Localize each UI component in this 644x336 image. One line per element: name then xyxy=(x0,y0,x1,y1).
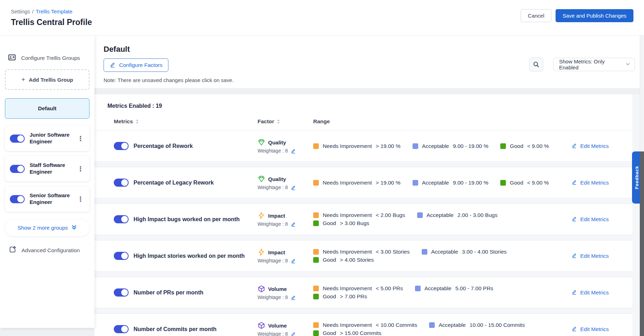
factor-cell: Impact Weightage : 8 xyxy=(258,212,313,227)
kebab-menu-icon[interactable]: ⋮ xyxy=(75,194,86,204)
range-chip: Good < 9.00 % xyxy=(500,180,549,186)
edit-metrics-link[interactable]: Edit Metrics xyxy=(571,253,609,260)
range-color-swatch xyxy=(313,294,319,299)
advanced-config-label: Advanced Configuration xyxy=(21,247,80,254)
section-divider-band xyxy=(94,88,644,94)
range-color-swatch xyxy=(313,180,319,186)
range-label: Needs Improvement xyxy=(323,285,372,292)
kebab-menu-icon[interactable]: ⋮ xyxy=(75,134,86,143)
range-color-swatch xyxy=(413,143,418,149)
pencil-icon xyxy=(571,253,577,260)
column-factor[interactable]: Factor xyxy=(258,118,313,125)
table-row: Percentage of Legacy Rework Quality Weig… xyxy=(94,167,632,198)
group-card[interactable]: Senior Software Engineer ⋮ xyxy=(5,186,89,212)
show-more-groups-button[interactable]: Show 2 more groups xyxy=(5,219,89,236)
range-color-swatch xyxy=(417,212,423,218)
group-toggle-on[interactable] xyxy=(10,165,25,173)
sort-icon[interactable] xyxy=(277,119,280,124)
edit-weightage-icon[interactable] xyxy=(291,295,296,300)
metric-toggle-on[interactable] xyxy=(114,179,129,187)
kebab-menu-icon[interactable]: ⋮ xyxy=(75,164,86,174)
app-root: Settings / Trellis Template Trellis Cent… xyxy=(0,0,644,336)
metric-cell: Number of Commits per month xyxy=(114,325,258,333)
range-chip: Good > 7.00 PRs xyxy=(313,293,367,300)
row-separator xyxy=(94,198,632,204)
metric-toggle-on[interactable] xyxy=(114,215,129,223)
range-label: Needs Improvement xyxy=(323,322,372,328)
double-chevron-down-icon xyxy=(71,224,77,232)
group-card[interactable]: Junior Software Engineer ⋮ xyxy=(5,126,89,151)
range-chip: Acceptable 3.00 - 4.00 Stories xyxy=(422,249,507,255)
edit-metrics-link[interactable]: Edit Metrics xyxy=(571,179,609,186)
edit-weightage-icon[interactable] xyxy=(291,185,296,190)
edit-metrics-link[interactable]: Edit Metrics xyxy=(571,216,609,223)
quality-factor-icon xyxy=(258,138,265,146)
metric-toggle-on[interactable] xyxy=(114,142,129,150)
range-label: Good xyxy=(323,330,336,336)
group-toggle-on[interactable] xyxy=(10,195,25,203)
metric-name: Percentage of Rework xyxy=(134,143,193,149)
edit-weightage-icon[interactable] xyxy=(291,258,296,263)
range-label: Needs Improvement xyxy=(323,180,372,186)
page-title: Trellis Central Profile xyxy=(11,18,92,27)
table-rows: Percentage of Rework Quality Weightage :… xyxy=(94,130,632,336)
advanced-configuration-link[interactable]: Advanced Configuration xyxy=(8,245,89,255)
scrollbar-thumb[interactable] xyxy=(640,151,644,336)
breadcrumb: Settings / Trellis Template xyxy=(11,8,92,14)
range-chip: Good > 4.00 Stories xyxy=(313,257,374,263)
row-separator xyxy=(94,235,632,240)
range-label: Good xyxy=(510,143,523,149)
metric-cell: Percentage of Rework xyxy=(114,142,258,150)
range-value: < 3.00 Stories xyxy=(376,249,410,255)
configure-factors-button[interactable]: Configure Factors xyxy=(104,58,168,72)
sort-icon[interactable] xyxy=(136,119,139,124)
factor-cell: Volume Weightage : 8 xyxy=(258,322,313,336)
range-value: > 19.00 % xyxy=(376,180,401,186)
factor-name: Impact xyxy=(268,249,285,255)
range-value: 9.00 - 19.00 % xyxy=(453,180,489,186)
edit-metrics-link[interactable]: Edit Metrics xyxy=(571,289,609,296)
cancel-button[interactable]: Cancel xyxy=(521,9,551,22)
column-metrics[interactable]: Metrics xyxy=(114,118,258,125)
metric-toggle-on[interactable] xyxy=(114,288,129,297)
edit-weightage-icon[interactable] xyxy=(291,148,296,154)
breadcrumb-settings[interactable]: Settings xyxy=(11,8,30,14)
range-color-swatch xyxy=(422,249,427,255)
range-color-swatch xyxy=(429,322,435,328)
range-chip: Needs Improvement < 2.00 Bugs xyxy=(313,212,405,218)
range-value: 9.00 - 19.00 % xyxy=(453,143,489,149)
show-metrics-dropdown[interactable]: Show Metrics: Only Enabled xyxy=(553,58,635,71)
scrollbar-track[interactable] xyxy=(640,36,644,336)
group-card[interactable]: Staff Software Engineer ⋮ xyxy=(5,156,89,181)
range-value: > 7.00 PRs xyxy=(340,293,367,300)
chevron-down-icon xyxy=(625,62,630,68)
range-value: < 9.00 % xyxy=(527,180,549,186)
action-cell: Edit Metrics xyxy=(561,179,620,186)
edit-weightage-icon[interactable] xyxy=(291,331,296,336)
add-trellis-group-button[interactable]: + Add Trellis Group xyxy=(5,69,89,90)
weightage-label: Weightage : 8 xyxy=(258,331,288,336)
breadcrumb-trellis-template[interactable]: Trellis Template xyxy=(36,8,72,14)
save-publish-button[interactable]: Save and Publish Changes xyxy=(556,9,633,22)
search-button[interactable] xyxy=(529,57,543,71)
edit-weightage-icon[interactable] xyxy=(291,222,296,227)
column-range: Range xyxy=(313,118,561,125)
range-color-swatch xyxy=(313,330,319,336)
range-color-swatch xyxy=(313,286,319,291)
edit-metrics-link[interactable]: Edit Metrics xyxy=(571,143,609,150)
main-content: Default Configure Factors Note: There ar… xyxy=(94,36,644,336)
group-name: Junior Software Engineer xyxy=(30,132,72,145)
range-cell: Needs Improvement < 3.00 Stories Accepta… xyxy=(313,249,561,263)
group-name: Staff Software Engineer xyxy=(30,162,72,175)
edit-metrics-link[interactable]: Edit Metrics xyxy=(571,326,609,333)
show-more-label: Show 2 more groups xyxy=(17,225,68,231)
metric-toggle-on[interactable] xyxy=(114,325,129,333)
table-row: Number of Commits per month Volume Weigh… xyxy=(94,313,632,336)
factor-cell: Quality Weightage : 8 xyxy=(258,138,313,154)
group-card-default-selected[interactable]: Default xyxy=(5,98,89,119)
metric-name: Percentage of Legacy Rework xyxy=(134,180,214,186)
range-value: < 2.00 Bugs xyxy=(376,212,405,218)
metric-cell: High Impact bugs worked on per month xyxy=(114,215,258,223)
group-toggle-on[interactable] xyxy=(10,135,25,143)
metric-toggle-on[interactable] xyxy=(114,252,129,260)
